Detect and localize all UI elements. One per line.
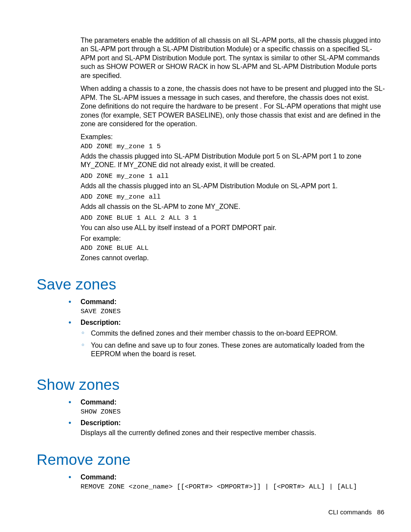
command-label: Command: bbox=[81, 473, 117, 481]
page-footer: CLI commands 86 bbox=[328, 508, 384, 516]
remove-zone-command-code: REMOVE ZONE <zone_name> [[<PORT#> <DMPOR… bbox=[81, 483, 385, 491]
remove-zone-list: Command: REMOVE ZONE <zone_name> [[<PORT… bbox=[81, 473, 385, 494]
document-page: The parameters enable the addition of al… bbox=[0, 0, 411, 532]
example-5-code: ADD ZONE BLUE ALL bbox=[81, 244, 385, 252]
intro-para-2: When adding a chassis to a zone, the cha… bbox=[81, 84, 385, 128]
intro-para-1: The parameters enable the addition of al… bbox=[81, 36, 385, 80]
save-zones-description-item: Description: Commits the defined zones a… bbox=[81, 319, 385, 366]
save-zones-command-item: Command: SAVE ZONES bbox=[81, 298, 385, 319]
show-zones-description-item: Description: Displays all the currently … bbox=[81, 419, 385, 441]
save-zones-command-code: SAVE ZONES bbox=[81, 308, 385, 315]
footer-section: CLI commands bbox=[328, 508, 372, 516]
example-4-code: ADD ZONE BLUE 1 ALL 2 ALL 3 1 bbox=[81, 214, 385, 222]
example-2-desc: Adds all the chassis plugged into an SL-… bbox=[81, 182, 385, 190]
heading-remove-zone: Remove zone bbox=[37, 451, 385, 468]
example-3-desc: Adds all chassis on the SL-APM to zone M… bbox=[81, 202, 385, 211]
example-1-code: ADD ZONE my_zone 1 5 bbox=[81, 143, 385, 150]
command-label: Command: bbox=[81, 398, 117, 406]
example-4-desc: You can also use ALL by itself instead o… bbox=[81, 224, 385, 232]
heading-show-zones: Show zones bbox=[37, 376, 385, 393]
command-label: Command: bbox=[81, 298, 117, 305]
footer-page-number: 86 bbox=[377, 508, 384, 516]
remove-zone-command-item: Command: REMOVE ZONE <zone_name> [[<PORT… bbox=[81, 473, 385, 494]
description-label: Description: bbox=[81, 419, 121, 426]
example-3-code: ADD ZONE my_zone all bbox=[81, 193, 385, 201]
description-label: Description: bbox=[81, 319, 121, 326]
examples-label: Examples: bbox=[81, 133, 385, 141]
for-example-label: For example: bbox=[81, 235, 385, 243]
show-zones-command-code: SHOW ZONES bbox=[81, 408, 385, 416]
show-zones-command-item: Command: SHOW ZONES bbox=[81, 398, 385, 419]
show-zones-description-body: Displays all the currently defined zones… bbox=[81, 429, 385, 437]
save-zones-list: Command: SAVE ZONES Description: Commits… bbox=[81, 298, 385, 366]
save-zones-desc-2: You can define and save up to four zones… bbox=[91, 341, 385, 362]
example-5-desc: Zones cannot overlap. bbox=[81, 254, 385, 262]
example-2-code: ADD ZONE my_zone 1 all bbox=[81, 172, 385, 180]
heading-save-zones: Save zones bbox=[37, 276, 385, 293]
save-zones-desc-1: Commits the defined zones and their memb… bbox=[91, 329, 385, 341]
show-zones-list: Command: SHOW ZONES Description: Display… bbox=[81, 398, 385, 441]
example-1-desc: Adds the chassis plugged into SL-APM Dis… bbox=[81, 152, 385, 170]
save-zones-description-sublist: Commits the defined zones and their memb… bbox=[91, 329, 385, 362]
